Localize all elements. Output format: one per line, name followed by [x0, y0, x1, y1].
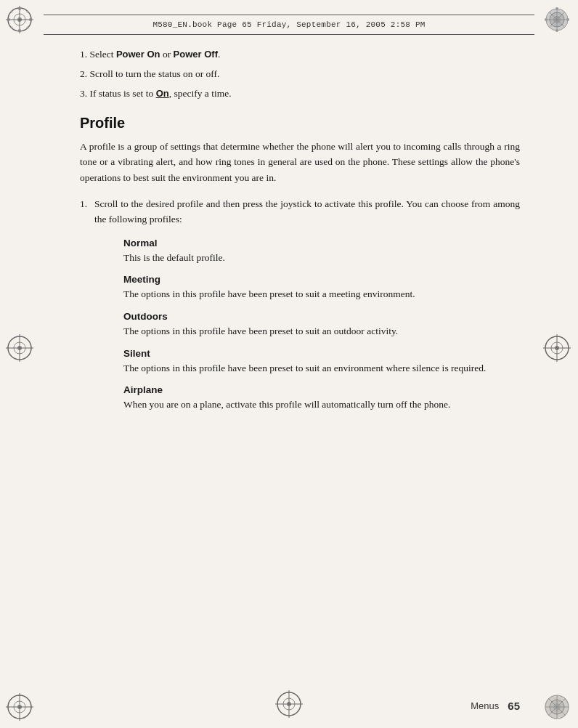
profile-airplane-desc: When you are on a plane, activate this p… — [123, 397, 520, 413]
ml-ornament — [6, 334, 33, 362]
corner-br — [543, 693, 572, 722]
svg-point-12 — [27, 27, 29, 29]
svg-point-9 — [11, 11, 13, 13]
section-intro: A profile is a group of settings that de… — [80, 139, 520, 186]
corner-mid-l — [6, 334, 35, 363]
profile-silent-name: Silent — [123, 348, 520, 359]
profile-outdoors-name: Outdoors — [123, 311, 520, 322]
step-1-mid: or — [160, 49, 174, 60]
profile-outdoors: Outdoors The options in this profile hav… — [123, 311, 520, 339]
page-container: M580_EN.book Page 65 Friday, September 1… — [0, 0, 578, 728]
step-1-end: . — [218, 49, 220, 60]
corner-mid-r — [543, 334, 572, 363]
power-off-term: Power Off — [174, 49, 218, 60]
mr-ornament — [543, 334, 571, 362]
header-bar: M580_EN.book Page 65 Friday, September 1… — [44, 15, 534, 35]
tr-ornament — [543, 6, 571, 33]
svg-point-11 — [11, 27, 13, 29]
tl-ornament — [6, 6, 33, 33]
step-2-text: Scroll to turn the status on or off. — [90, 68, 220, 79]
footer-label: Menus — [471, 700, 499, 711]
corner-tr — [543, 6, 572, 35]
profile-meeting: Meeting The options in this profile have… — [123, 274, 520, 302]
corner-tl — [6, 6, 35, 35]
profile-airplane-name: Airplane — [123, 384, 520, 395]
bottom-center-ornament — [275, 690, 303, 721]
step-3: 3. If status is set to On, specify a tim… — [80, 86, 520, 102]
footer-text: Menus 65 — [471, 700, 520, 712]
profiles-block: Normal This is the default profile. Meet… — [123, 238, 520, 413]
svg-point-20 — [555, 7, 558, 10]
svg-point-21 — [555, 29, 558, 32]
section-step-num: 1. — [80, 196, 91, 227]
br-ornament — [543, 693, 571, 721]
intro-steps: 1. Select Power On or Power Off. 2. Scro… — [80, 47, 520, 102]
svg-point-7 — [7, 18, 10, 21]
bl-ornament — [6, 693, 33, 721]
profile-meeting-name: Meeting — [123, 274, 520, 285]
section-step-1: 1. Scroll to the desired profile and the… — [80, 196, 520, 227]
footer-page-number: 65 — [508, 700, 520, 712]
section-title: Profile — [80, 115, 520, 132]
power-on-term: Power On — [116, 49, 160, 60]
profile-normal-desc: This is the default profile. — [123, 250, 520, 266]
corner-bl — [6, 693, 35, 722]
profile-meeting-desc: The options in this profile have been pr… — [123, 286, 520, 302]
profile-outdoors-desc: The options in this profile have been pr… — [123, 323, 520, 339]
profile-normal-name: Normal — [123, 238, 520, 248]
profile-airplane: Airplane When you are on a plane, activa… — [123, 384, 520, 413]
on-term: On — [156, 88, 169, 99]
main-content: 1. Select Power On or Power Off. 2. Scro… — [80, 47, 520, 684]
step-2-num: 2. — [80, 68, 90, 79]
profile-silent: Silent The options in this profile have … — [123, 348, 520, 376]
svg-point-8 — [29, 18, 32, 21]
step-1: 1. Select Power On or Power Off. — [80, 47, 520, 62]
svg-point-10 — [27, 11, 29, 13]
step-2: 2. Scroll to turn the status on or off. — [80, 67, 520, 82]
profile-silent-desc: The options in this profile have been pr… — [123, 360, 520, 376]
header-text: M580_EN.book Page 65 Friday, September 1… — [152, 20, 425, 29]
svg-point-23 — [566, 18, 569, 21]
svg-point-5 — [18, 7, 21, 10]
section-step-body: Scroll to the desired profile and then p… — [94, 196, 520, 227]
step-3-num: 3. If status is set to — [80, 88, 156, 99]
profile-normal: Normal This is the default profile. — [123, 238, 520, 266]
svg-point-22 — [545, 18, 548, 21]
svg-point-6 — [18, 29, 21, 32]
step-3-end: , specify a time. — [169, 88, 232, 99]
step-1-num: 1. Select — [80, 49, 116, 60]
